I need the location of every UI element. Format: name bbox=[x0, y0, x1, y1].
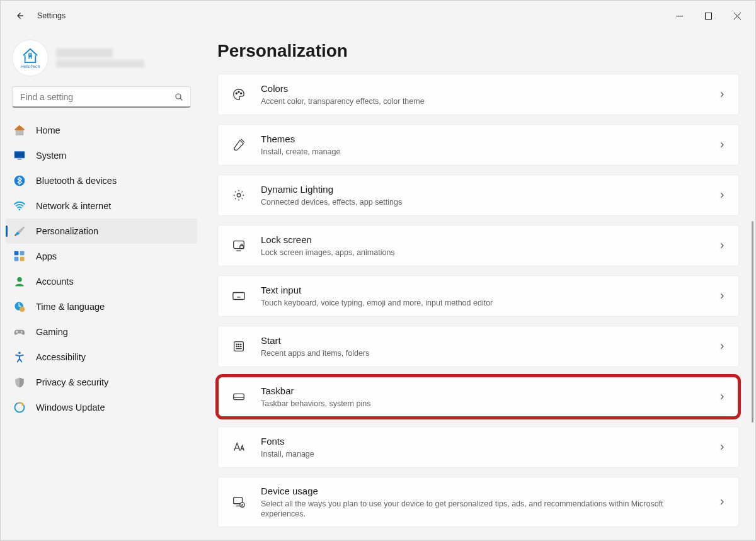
account-block[interactable]: HelloTech bbox=[1, 36, 202, 86]
card-title: Taskbar bbox=[261, 385, 703, 397]
sidebar: HelloTech Home bbox=[1, 31, 202, 540]
card-title: Colors bbox=[261, 83, 703, 95]
palette-icon bbox=[231, 86, 247, 103]
sidebar-item-label: Apps bbox=[36, 251, 57, 261]
sidebar-item-accounts[interactable]: Accounts bbox=[6, 269, 197, 294]
wifi-icon bbox=[13, 200, 26, 212]
window-controls bbox=[665, 4, 752, 27]
avatar-house-icon bbox=[21, 47, 40, 64]
nav: Home System Bluetooth & devices Network … bbox=[1, 117, 202, 421]
svg-point-18 bbox=[18, 352, 21, 355]
sidebar-item-label: Windows Update bbox=[36, 402, 105, 413]
sidebar-item-label: Accounts bbox=[36, 276, 74, 287]
sidebar-item-gaming[interactable]: Gaming bbox=[6, 319, 197, 345]
card-themes[interactable]: Themes Install, create, manage bbox=[217, 124, 739, 166]
chevron-right-icon bbox=[717, 291, 727, 301]
card-dynamic-lighting[interactable]: Dynamic Lighting Connected devices, effe… bbox=[217, 174, 739, 216]
svg-point-31 bbox=[236, 346, 237, 346]
card-title: Text input bbox=[261, 284, 703, 297]
search-icon bbox=[174, 92, 184, 102]
svg-point-4 bbox=[176, 94, 181, 99]
svg-rect-34 bbox=[234, 394, 244, 399]
sidebar-item-personalization[interactable]: Personalization bbox=[6, 219, 197, 244]
sidebar-item-bluetooth[interactable]: Bluetooth & devices bbox=[6, 168, 197, 193]
chevron-right-icon bbox=[717, 497, 727, 507]
sidebar-item-label: Time & language bbox=[36, 302, 105, 312]
title-bar: Settings bbox=[1, 1, 755, 31]
card-text-input[interactable]: Text input Touch keyboard, voice typing,… bbox=[217, 275, 739, 317]
sidebar-item-home[interactable]: Home bbox=[6, 118, 197, 143]
search-input[interactable] bbox=[19, 91, 174, 103]
sidebar-item-network[interactable]: Network & internet bbox=[6, 193, 197, 219]
sidebar-item-apps[interactable]: Apps bbox=[6, 244, 197, 269]
card-title: Dynamic Lighting bbox=[261, 183, 703, 196]
back-button[interactable] bbox=[8, 4, 31, 27]
card-list: Colors Accent color, transparency effect… bbox=[217, 74, 739, 527]
card-title: Themes bbox=[261, 133, 703, 145]
card-start[interactable]: Start Recent apps and items, folders bbox=[217, 326, 739, 367]
sidebar-item-label: Home bbox=[36, 125, 60, 135]
sidebar-item-time[interactable]: Time & language bbox=[6, 294, 197, 319]
close-button[interactable] bbox=[723, 4, 752, 27]
svg-point-14 bbox=[17, 277, 22, 282]
accessibility-icon bbox=[13, 351, 26, 363]
svg-point-22 bbox=[241, 93, 242, 94]
update-icon bbox=[13, 401, 26, 414]
maximize-icon bbox=[705, 13, 712, 20]
card-title: Device usage bbox=[261, 485, 703, 498]
card-lock-screen[interactable]: Lock screen Lock screen images, apps, an… bbox=[217, 225, 739, 266]
sidebar-item-system[interactable]: System bbox=[6, 143, 197, 168]
card-desc: Recent apps and items, folders bbox=[261, 348, 703, 358]
minimize-button[interactable] bbox=[665, 4, 694, 27]
card-title: Lock screen bbox=[261, 234, 703, 246]
card-desc: Accent color, transparency effects, colo… bbox=[261, 96, 703, 106]
card-taskbar[interactable]: Taskbar Taskbar behaviors, system pins bbox=[217, 376, 739, 418]
svg-rect-1 bbox=[28, 53, 32, 57]
bluetooth-icon bbox=[13, 174, 26, 187]
card-desc: Lock screen images, apps, animations bbox=[261, 248, 703, 258]
system-icon bbox=[13, 149, 26, 162]
svg-point-21 bbox=[238, 91, 239, 93]
sidebar-item-label: Privacy & security bbox=[36, 377, 108, 387]
card-title: Start bbox=[261, 334, 703, 347]
card-title: Fonts bbox=[261, 435, 703, 448]
search-box[interactable] bbox=[12, 86, 191, 108]
chevron-right-icon bbox=[717, 140, 727, 150]
svg-rect-10 bbox=[14, 251, 19, 256]
sidebar-item-accessibility[interactable]: Accessibility bbox=[6, 345, 197, 370]
svg-point-20 bbox=[236, 93, 237, 94]
svg-rect-0 bbox=[705, 13, 711, 19]
card-colors[interactable]: Colors Accent color, transparency effect… bbox=[217, 74, 739, 115]
svg-rect-2 bbox=[29, 54, 30, 55]
maximize-button[interactable] bbox=[694, 4, 723, 27]
svg-rect-11 bbox=[20, 251, 25, 256]
app-title: Settings bbox=[37, 11, 66, 20]
clock-globe-icon bbox=[13, 300, 26, 313]
svg-rect-7 bbox=[18, 159, 22, 160]
svg-rect-12 bbox=[14, 257, 19, 261]
person-icon bbox=[13, 275, 26, 288]
card-fonts[interactable]: Fonts Install, manage bbox=[217, 426, 739, 468]
start-icon bbox=[231, 338, 247, 355]
svg-point-30 bbox=[240, 344, 241, 345]
svg-rect-13 bbox=[20, 257, 25, 261]
svg-point-9 bbox=[19, 209, 21, 211]
account-email-redacted bbox=[56, 60, 144, 67]
search-container bbox=[1, 86, 202, 117]
close-icon bbox=[734, 13, 741, 20]
svg-point-33 bbox=[240, 346, 241, 346]
chevron-right-icon bbox=[717, 442, 727, 452]
content: Personalization Colors Accent color, tra… bbox=[202, 31, 755, 540]
sidebar-item-label: Network & internet bbox=[36, 201, 111, 211]
card-desc: Connected devices, effects, app settings bbox=[261, 197, 703, 207]
light-icon bbox=[231, 187, 247, 203]
chevron-right-icon bbox=[717, 190, 727, 200]
scrollbar-thumb[interactable] bbox=[752, 221, 753, 423]
svg-point-23 bbox=[237, 193, 241, 197]
back-arrow-icon bbox=[14, 10, 25, 21]
gamepad-icon bbox=[13, 326, 26, 338]
card-device-usage[interactable]: Device usage Select all the ways you pla… bbox=[217, 477, 739, 527]
sidebar-item-privacy[interactable]: Privacy & security bbox=[6, 370, 197, 395]
home-icon bbox=[13, 124, 26, 137]
sidebar-item-update[interactable]: Windows Update bbox=[6, 395, 197, 420]
